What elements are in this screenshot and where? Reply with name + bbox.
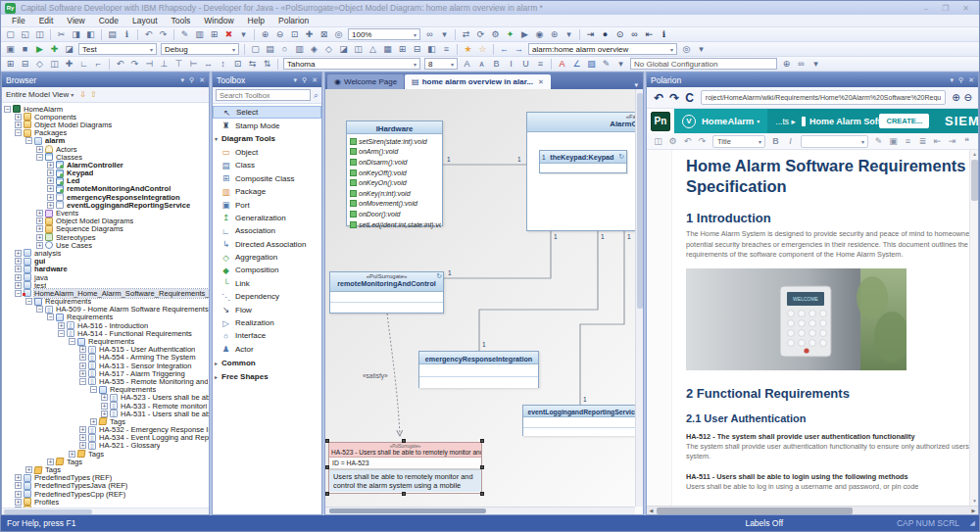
panel-menu-icon[interactable]: ▾ bbox=[180, 76, 184, 84]
run-icon[interactable]: ▶ bbox=[33, 43, 46, 56]
tree-expander-icon[interactable]: + bbox=[47, 162, 54, 169]
selection-handle[interactable] bbox=[402, 439, 406, 443]
font-select[interactable]: ▾ bbox=[801, 135, 868, 148]
tree-expander-icon[interactable]: + bbox=[79, 363, 86, 369]
run-target-icon[interactable]: ▶ bbox=[518, 28, 531, 41]
tree-expander-icon[interactable]: − bbox=[58, 330, 65, 337]
font-size-select[interactable]: 8▾ bbox=[424, 58, 458, 70]
new-icon[interactable]: ▢ bbox=[4, 28, 17, 41]
link-icon[interactable]: ∞ bbox=[628, 28, 641, 41]
webify-icon[interactable]: ⊛ bbox=[548, 28, 561, 41]
workitem-entry[interactable]: HA-512 - The system shall provide user a… bbox=[686, 432, 969, 462]
pin-icon[interactable]: ⚲ bbox=[302, 76, 307, 84]
diagram-canvas[interactable]: IHardware setSiren(state:int):voidonArm(… bbox=[325, 89, 643, 514]
tree-expander-icon[interactable]: + bbox=[79, 426, 86, 433]
build-icon[interactable]: ✚ bbox=[48, 43, 61, 56]
undo-icon[interactable]: ↶ bbox=[142, 28, 155, 41]
redo-icon[interactable]: ↷ bbox=[157, 28, 170, 41]
tree-expander-icon[interactable]: − bbox=[69, 338, 75, 345]
toolbox-search-input[interactable] bbox=[216, 89, 311, 101]
toolbox-tool-realization[interactable]: ▷Realization bbox=[213, 316, 321, 329]
pin-icon[interactable]: ⚲ bbox=[958, 76, 963, 84]
breadcrumb-prefix[interactable]: ...ts ▸ bbox=[775, 117, 795, 126]
browser-toggle-icon[interactable]: ◧ bbox=[425, 43, 438, 56]
diagram-navigator-select[interactable]: alarm:home alarm overview▾ bbox=[528, 43, 677, 55]
tree-expander-icon[interactable]: − bbox=[90, 386, 97, 393]
hyperlink-icon[interactable]: ↻ bbox=[436, 272, 442, 280]
toolbox-tool-directed-association[interactable]: ↳Directed Association bbox=[213, 238, 321, 251]
tree-expander-icon[interactable]: + bbox=[36, 225, 43, 232]
align-left-icon[interactable]: ⊣ bbox=[143, 58, 156, 71]
snap-icon[interactable]: ⊟ bbox=[19, 58, 31, 71]
chevron-down-icon[interactable]: ▾ bbox=[229, 46, 238, 53]
copy-icon[interactable]: ◨ bbox=[70, 28, 82, 41]
resize-grip[interactable]: ◢ bbox=[970, 519, 975, 527]
class-eventloggingandreportingservice[interactable]: eventLoggingandReportingService bbox=[522, 405, 643, 436]
tree-expander-icon[interactable]: − bbox=[36, 154, 43, 161]
heading[interactable]: 1 Introduction bbox=[686, 211, 969, 225]
class-alarmcontroller[interactable]: «Facade» AlarmController 1 theKeypad:Key… bbox=[526, 112, 643, 231]
redo-icon[interactable]: ↷ bbox=[696, 136, 709, 146]
line-color-icon[interactable]: ∠ bbox=[570, 58, 583, 71]
same-size-icon[interactable]: ⊡ bbox=[231, 58, 244, 71]
tree-expander-icon[interactable]: + bbox=[90, 418, 97, 425]
tree-expander-icon[interactable]: − bbox=[15, 129, 22, 136]
tree-expander-icon[interactable]: − bbox=[79, 378, 86, 385]
tree-expander-icon[interactable]: − bbox=[47, 314, 54, 320]
tree-item[interactable]: +Actors bbox=[4, 145, 209, 153]
panel-menu-icon[interactable]: ▾ bbox=[950, 76, 954, 84]
tree-item[interactable]: −HomeAlarm_Home_Alarm_Software_Requireme… bbox=[4, 289, 209, 297]
document-scroll-area[interactable]: ∞Home Alarm Software Requirements Specif… bbox=[672, 150, 969, 506]
format-painter-icon[interactable]: ✎ bbox=[178, 28, 191, 41]
more-icon[interactable]: ▾ bbox=[438, 28, 451, 41]
toolbox-group-common[interactable]: ▸Common bbox=[213, 356, 321, 369]
menu-layout[interactable]: Layout bbox=[125, 16, 165, 25]
generate-icon[interactable]: ⚙ bbox=[489, 28, 502, 41]
image-block[interactable]: WELCOME bbox=[686, 268, 969, 372]
toolbox-tool-composition[interactable]: ◆Composition bbox=[213, 264, 321, 276]
italic-icon[interactable]: I bbox=[505, 58, 517, 71]
menu-polarion[interactable]: Polarion bbox=[271, 16, 316, 25]
model-view-selector[interactable]: Entire Model View bbox=[6, 90, 69, 99]
align-bottom-icon[interactable]: ⊥ bbox=[158, 58, 171, 71]
menu-file[interactable]: File bbox=[5, 16, 32, 25]
tree-item[interactable]: +eventLoggingandReportingService bbox=[4, 201, 209, 209]
selection-handle[interactable] bbox=[325, 492, 329, 496]
more-icon[interactable]: ▾ bbox=[809, 58, 822, 71]
menu-edit[interactable]: Edit bbox=[32, 16, 61, 25]
search-icon[interactable]: ◎ bbox=[680, 43, 693, 56]
toolbox-tool-class[interactable]: ▤Class bbox=[213, 159, 321, 171]
menu-code[interactable]: Code bbox=[92, 16, 125, 25]
align-text-icon[interactable]: ≡ bbox=[534, 58, 547, 71]
recent-icon[interactable]: ☆ bbox=[476, 43, 489, 56]
space-across-icon[interactable]: ⇆ bbox=[246, 58, 259, 71]
bold-icon[interactable]: B bbox=[769, 136, 782, 146]
tree-item[interactable]: +Stereotypes bbox=[4, 233, 209, 241]
omd-icon[interactable]: ▤ bbox=[264, 43, 276, 56]
tree-expander-icon[interactable]: − bbox=[36, 306, 43, 313]
tree-expander-icon[interactable]: + bbox=[36, 210, 43, 217]
toolbox-group-diagram-tools[interactable]: ▾Diagram Tools bbox=[213, 132, 321, 146]
web-enable-icon[interactable]: ⊕ bbox=[780, 58, 793, 71]
logout-icon[interactable]: ⇥ bbox=[584, 28, 597, 41]
zoom-out-icon[interactable]: ⊖ bbox=[964, 92, 972, 103]
usecase-diagram-icon[interactable]: ○ bbox=[278, 43, 291, 56]
minimize-button[interactable]: – bbox=[924, 4, 928, 13]
selection-handle[interactable] bbox=[402, 492, 406, 496]
configuration-select[interactable]: Test▾ bbox=[78, 43, 157, 55]
report-icon[interactable]: ▥ bbox=[193, 28, 206, 41]
tree-expander-icon[interactable]: + bbox=[101, 411, 108, 417]
move-icon[interactable]: ✚ bbox=[63, 58, 75, 71]
toolbox-tool-stamp-mode[interactable]: ♜Stamp Mode bbox=[213, 119, 321, 131]
pan-icon[interactable]: ✚ bbox=[303, 28, 316, 41]
insert-image-icon[interactable]: ▣ bbox=[887, 136, 900, 146]
heading[interactable]: 2.1 User Authentication bbox=[686, 412, 969, 424]
favorites-icon[interactable]: ★ bbox=[462, 43, 474, 56]
numbered-list-icon[interactable]: ≣ bbox=[916, 136, 929, 146]
more-icon[interactable]: ▾ bbox=[563, 28, 575, 41]
settings-gear-icon[interactable]: ⚙ bbox=[666, 136, 679, 146]
tree-expander-icon[interactable]: + bbox=[15, 121, 22, 128]
zoom-select-icon[interactable]: ◎ bbox=[332, 28, 345, 41]
selection-handle[interactable] bbox=[325, 465, 329, 469]
tree-expander-icon[interactable]: + bbox=[15, 274, 22, 281]
